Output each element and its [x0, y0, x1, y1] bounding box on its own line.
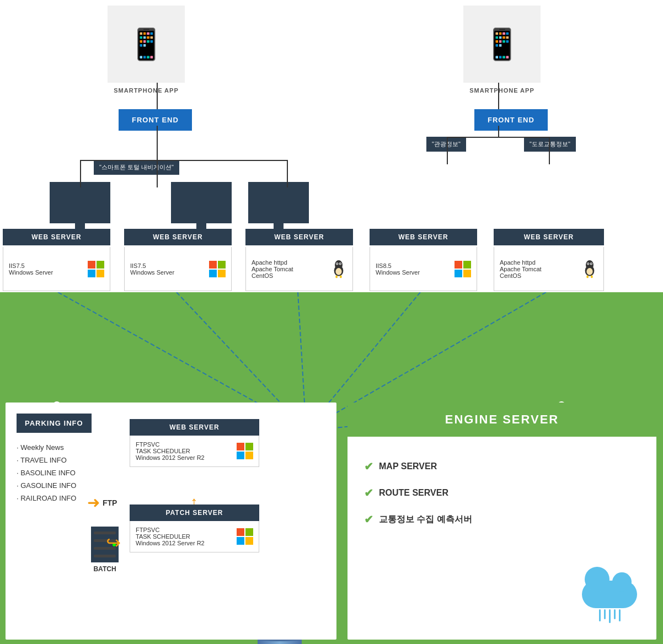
svg-rect-8	[340, 275, 342, 278]
engine-server-header: ENGINE SERVER	[347, 402, 656, 437]
ws-mini-header: WEB SERVER	[130, 419, 259, 436]
line-fe-right-down	[498, 126, 499, 137]
web-server-3-content: Apache httpd Apache Tomcat CentOS	[245, 247, 353, 291]
web-server-2-header: WEB SERVER	[124, 229, 232, 245]
line-fe-left-to-navi	[157, 126, 158, 160]
svg-point-12	[587, 263, 589, 264]
line-right-to-ws5	[549, 137, 550, 164]
line-right-h	[447, 137, 549, 138]
curved-arrow: ↩	[106, 532, 121, 553]
monitor-right	[248, 182, 309, 223]
smartphone-left: 📱	[108, 6, 185, 83]
svg-rect-17	[591, 275, 593, 278]
web-server-3-header: WEB SERVER	[245, 229, 353, 245]
smartphone-left-icon: 📱	[127, 26, 165, 62]
windows-logo-4	[455, 261, 471, 277]
ws-mini-windows-logo	[237, 443, 253, 459]
check-icon-traffic: ✔	[364, 513, 373, 526]
svg-rect-16	[586, 275, 589, 278]
web-server-5-header: WEB SERVER	[494, 229, 604, 245]
parking-info-header: PARKING INFO	[17, 414, 92, 433]
patch-server: PATCH SERVER FTPSVC TASK SCHEDULER Windo…	[130, 505, 259, 552]
line-navi-h	[80, 160, 287, 161]
web-server-1-header: WEB SERVER	[3, 229, 110, 245]
engine-server-box: ENGINE SERVER ✔ MAP SERVER ✔ ROUTE SERVE…	[347, 402, 656, 640]
patch-server-content: FTPSVC TASK SCHEDULER Windows 2012 Serve…	[130, 521, 259, 552]
engine-item-map: ✔ MAP SERVER	[364, 453, 640, 480]
line-navi-to-ws2	[157, 160, 158, 187]
engine-server-list: ✔ MAP SERVER ✔ ROUTE SERVER ✔ 교통정보 수집 예측…	[347, 437, 656, 549]
list-item-gasoline: · GASOLINE INFO	[17, 479, 325, 492]
ws-mini-content: FTPSVC TASK SCHEDULER Windows 2012 Serve…	[130, 436, 259, 467]
svg-point-15	[586, 268, 592, 275]
svg-rect-7	[335, 275, 338, 278]
smartphone-right: 📱	[463, 6, 541, 83]
monitor-center	[171, 182, 232, 223]
korean-navi-label: "스마트폰 토털 내비게이션"	[94, 160, 179, 175]
svg-point-6	[335, 268, 341, 275]
svg-point-4	[340, 263, 341, 264]
big-cloud	[579, 567, 640, 623]
web-server-4-content: IIS8.5 Windows Server	[370, 247, 477, 291]
white-box-left: PARKING INFO · Weekly News · TRAVEL INFO…	[6, 402, 336, 640]
frontend-left-button[interactable]: FRONT END	[119, 109, 192, 131]
check-icon-map: ✔	[364, 460, 373, 473]
windows-logo-1	[88, 261, 104, 277]
web-server-5-content: Apache httpd Apache Tomcat CentOS	[494, 247, 604, 291]
monitor-left	[50, 182, 110, 223]
batch-label: BATCH	[85, 565, 124, 573]
patch-server-header: PATCH SERVER	[130, 505, 259, 521]
svg-point-13	[591, 263, 592, 264]
frontend-right-button[interactable]: FRONT END	[474, 109, 548, 131]
web-server-1-content: IIS7.5 Windows Server	[3, 247, 110, 291]
line-navi-to-ws3	[287, 160, 288, 187]
top-section: 📱 SMARTPHONE APP 📱 SMARTPHONE APP FRONT …	[0, 0, 663, 303]
line-right-to-ws4	[447, 137, 448, 164]
line-sm-left-to-fe	[157, 83, 158, 109]
line-sm-right-to-fe	[498, 83, 499, 109]
korean-tourism-label: "관광정보"	[426, 137, 466, 152]
check-icon-route: ✔	[364, 486, 373, 500]
web-server-2-content: IIS7.5 Windows Server	[124, 247, 232, 291]
web-server-4-header: WEB SERVER	[370, 229, 477, 245]
smartphone-right-icon: 📱	[483, 26, 521, 62]
linux-logo-5	[581, 259, 598, 278]
ftp-label: ➜ FTP	[87, 493, 117, 512]
patch-server-windows-logo	[237, 528, 253, 545]
linux-logo-3	[330, 259, 347, 278]
line-navi-to-ws1	[80, 160, 81, 187]
web-server-mini: WEB SERVER FTPSVC TASK SCHEDULER Windows…	[130, 419, 259, 467]
list-item-basoline: · BASOLINE INFO	[17, 466, 325, 479]
list-item-railroad: · RAILROAD INFO	[17, 492, 325, 505]
smartphone-right-label: SMARTPHONE APP	[463, 87, 541, 94]
smartphone-left-label: SMARTPHONE APP	[108, 87, 185, 94]
engine-item-route: ✔ ROUTE SERVER	[364, 480, 640, 506]
svg-point-3	[336, 263, 338, 264]
windows-logo-2	[209, 261, 226, 277]
engine-item-traffic: ✔ 교통정보 수집 예측서버	[364, 506, 640, 533]
